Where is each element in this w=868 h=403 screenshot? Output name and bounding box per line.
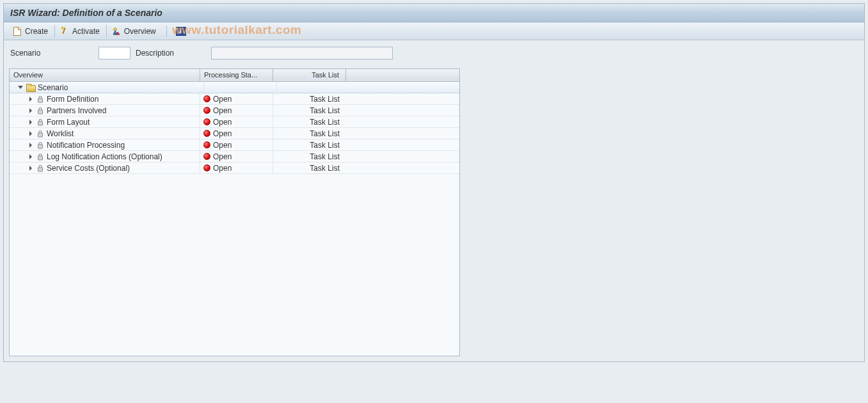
svg-rect-7 [38, 168, 43, 171]
create-button[interactable]: Create [10, 25, 55, 38]
row-tasklist[interactable]: Task List [310, 106, 340, 115]
tree-row[interactable]: Notification ProcessingOpenTask List [10, 139, 459, 151]
col-tasklist[interactable]: Task List [273, 69, 346, 81]
tree-row[interactable]: Service Costs (Optional)OpenTask List [10, 162, 459, 174]
wand-icon [60, 27, 69, 36]
scenario-input[interactable] [99, 47, 130, 59]
status-red-icon [203, 107, 210, 115]
chevron-right-icon[interactable] [28, 107, 34, 114]
activate-label: Activate [72, 27, 100, 36]
form-row: Scenario Description [4, 40, 864, 63]
row-label: Worklist [47, 129, 74, 138]
tree-row[interactable]: Partners InvolvedOpenTask List [10, 105, 459, 116]
create-label: Create [25, 27, 48, 36]
activate-button[interactable]: Activate [58, 25, 107, 38]
col-overview[interactable]: Overview [10, 69, 200, 81]
folder-icon [26, 84, 35, 91]
main-panel: ISR Wizard: Definition of a Scenario Cre… [3, 3, 865, 362]
row-tasklist[interactable]: Task List [310, 118, 340, 127]
lock-icon [36, 153, 44, 161]
row-status: Open [213, 106, 232, 115]
row-status: Open [213, 95, 232, 104]
tree-row[interactable]: Form DefinitionOpenTask List [10, 93, 459, 105]
status-red-icon [203, 118, 210, 126]
row-tasklist[interactable]: Task List [310, 164, 340, 173]
root-label: Scenario [38, 83, 68, 92]
page-title: ISR Wizard: Definition of a Scenario [4, 4, 864, 22]
description-label: Description [136, 49, 206, 58]
status-red-icon [203, 164, 210, 172]
document-icon [13, 27, 22, 36]
lock-icon [36, 107, 44, 115]
separator [166, 26, 167, 37]
info-icon[interactable]: i [176, 27, 186, 36]
row-tasklist[interactable]: Task List [310, 152, 340, 161]
tree-row[interactable]: Log Notification Actions (Optional)OpenT… [10, 151, 459, 162]
status-red-icon [203, 141, 210, 149]
tree-row[interactable]: Form LayoutOpenTask List [10, 116, 459, 128]
status-red-icon [203, 95, 210, 103]
status-red-icon [203, 153, 210, 161]
svg-rect-5 [38, 145, 43, 148]
col-status[interactable]: Processing Sta... [200, 69, 273, 81]
chevron-right-icon[interactable] [28, 96, 34, 102]
chevron-right-icon[interactable] [28, 142, 34, 148]
row-label: Partners Involved [47, 106, 106, 115]
chevron-right-icon[interactable] [28, 154, 34, 160]
watermark-text: www.tutorialkart.com [172, 23, 302, 37]
row-status: Open [213, 141, 232, 150]
row-status: Open [213, 118, 232, 127]
svg-rect-1 [38, 99, 43, 102]
chevron-right-icon[interactable] [28, 165, 34, 171]
chevron-down-icon[interactable] [17, 84, 24, 91]
scenario-label: Scenario [10, 49, 93, 58]
row-tasklist[interactable]: Task List [310, 141, 340, 150]
tree-row[interactable]: WorklistOpenTask List [10, 128, 459, 139]
status-red-icon [203, 130, 210, 138]
row-label: Form Definition [47, 95, 99, 104]
svg-rect-4 [38, 133, 43, 137]
lock-icon [36, 164, 44, 172]
description-input[interactable] [211, 47, 393, 59]
row-tasklist[interactable]: Task List [310, 129, 340, 138]
row-status: Open [213, 164, 232, 173]
row-status: Open [213, 129, 232, 138]
svg-rect-6 [38, 156, 43, 160]
tree-body: Scenario Form DefinitionOpenTask ListPar… [10, 82, 459, 174]
row-status: Open [213, 152, 232, 161]
row-label: Form Layout [47, 118, 90, 127]
lock-icon [36, 95, 44, 103]
toolbar: Create Activate Overview i © www.tutoria… [4, 22, 864, 40]
row-label: Log Notification Actions (Optional) [47, 152, 162, 161]
row-label: Service Costs (Optional) [47, 164, 130, 173]
chevron-right-icon[interactable] [28, 119, 34, 125]
tree-header: Overview Processing Sta... Task List [10, 69, 459, 82]
row-tasklist[interactable]: Task List [310, 95, 340, 104]
svg-rect-2 [38, 110, 43, 114]
row-label: Notification Processing [47, 141, 125, 150]
tree-table: Overview Processing Sta... Task List Sce… [9, 68, 460, 356]
overview-label: Overview [124, 27, 156, 36]
chevron-right-icon[interactable] [28, 130, 34, 137]
lock-icon [36, 118, 44, 126]
svg-rect-3 [38, 122, 43, 125]
lock-icon [36, 141, 44, 149]
tree-root-row[interactable]: Scenario [10, 82, 459, 93]
lock-icon [36, 130, 44, 138]
overview-icon [112, 27, 121, 36]
overview-button[interactable]: Overview [109, 25, 162, 38]
